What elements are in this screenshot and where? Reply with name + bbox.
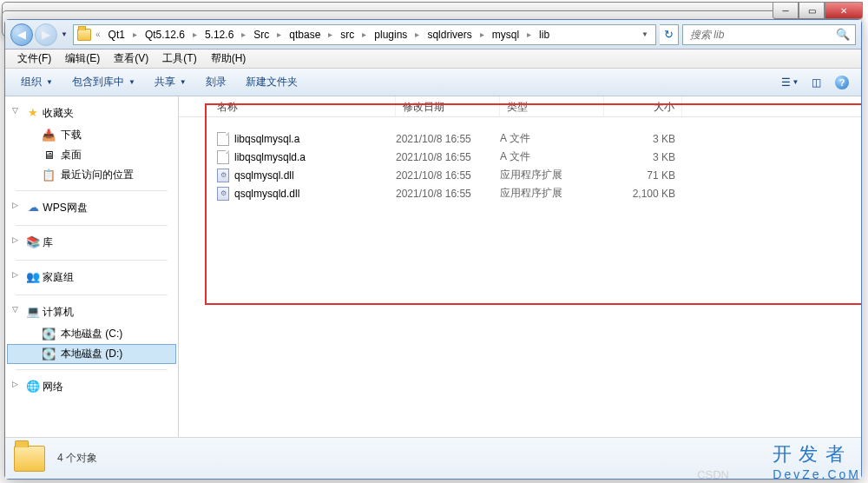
file-row[interactable]: libqsqlmysql.a2021/10/8 16:55A 文件3 KB <box>179 129 861 148</box>
file-size: 2,100 KB <box>604 188 682 200</box>
dll-file-icon <box>217 187 229 201</box>
file-date: 2021/10/8 16:55 <box>396 188 500 200</box>
file-type: A 文件 <box>500 149 604 164</box>
menu-file[interactable]: 文件(F) <box>10 50 58 68</box>
sidebar-homegroup[interactable]: 👥 家庭组 <box>7 266 176 289</box>
sidebar-drive-d[interactable]: 💽本地磁盘 (D:) <box>7 344 176 364</box>
generic-file-icon <box>217 150 229 164</box>
sidebar-computer-header[interactable]: 💻 计算机 <box>7 301 176 324</box>
chevron-right-icon[interactable]: ▸ <box>359 30 369 39</box>
file-row[interactable]: libqsqlmysqld.a2021/10/8 16:55A 文件3 KB <box>179 148 861 166</box>
chevron-down-icon: ▼ <box>792 78 799 86</box>
file-name: qsqlmysql.dll <box>234 169 294 182</box>
details-pane: 4 个对象 <box>5 437 861 479</box>
sidebar-wps[interactable]: ☁ WPS网盘 <box>7 196 176 220</box>
breadcrumb-item[interactable]: qtbase <box>286 27 324 43</box>
burn-button[interactable]: 刻录 <box>197 71 235 93</box>
file-list-pane: 名称 修改日期 类型 大小 libqsqlmysql.a2021/10/8 16… <box>179 96 861 437</box>
breadcrumb-item[interactable]: Src <box>250 27 273 43</box>
minimize-button[interactable]: ─ <box>773 2 799 19</box>
breadcrumb-item[interactable]: lib <box>536 27 553 43</box>
breadcrumb-root-chevron[interactable]: « <box>93 30 103 39</box>
search-icon[interactable]: 🔍 <box>836 28 850 41</box>
disk-icon: 💽 <box>42 348 56 361</box>
computer-icon: 💻 <box>26 306 40 318</box>
view-options-button[interactable]: ☰ ▼ <box>778 72 802 93</box>
breadcrumb-item[interactable]: plugins <box>371 27 411 43</box>
chevron-right-icon[interactable]: ▸ <box>239 30 248 39</box>
organize-button[interactable]: 组织▼ <box>12 71 62 93</box>
desktop-icon: 🖥 <box>42 149 56 162</box>
star-icon: ★ <box>26 107 40 119</box>
nav-back-button[interactable]: ◀ <box>10 23 33 46</box>
column-date[interactable]: 修改日期 <box>396 96 500 116</box>
column-name[interactable]: 名称 <box>179 96 396 116</box>
chevron-right-icon[interactable]: ▸ <box>274 30 284 39</box>
file-type: A 文件 <box>500 131 604 146</box>
search-input[interactable] <box>688 28 836 42</box>
explorer-window: ◀ ▶ ▼ « Qt1 ▸ Qt5.12.6 ▸ 5.12.6 ▸ Src ▸ … <box>4 19 862 480</box>
file-name: libqsqlmysqld.a <box>234 151 306 163</box>
new-folder-button[interactable]: 新建文件夹 <box>237 71 306 93</box>
file-type: 应用程序扩展 <box>500 168 604 182</box>
preview-pane-button[interactable]: ◫ <box>804 72 828 93</box>
refresh-button[interactable]: ↻ <box>660 24 679 45</box>
file-date: 2021/10/8 16:55 <box>396 169 500 182</box>
breadcrumb-item[interactable]: src <box>337 27 358 43</box>
sidebar-network[interactable]: 🌐 网络 <box>7 375 176 399</box>
chevron-right-icon[interactable]: ▸ <box>130 30 140 39</box>
file-date: 2021/10/8 16:55 <box>396 133 500 145</box>
folder-icon <box>14 446 45 472</box>
chevron-down-icon: ▼ <box>46 78 53 86</box>
column-type[interactable]: 类型 <box>500 96 604 116</box>
chevron-down-icon: ▼ <box>128 78 135 86</box>
breadcrumb-item[interactable]: sqldrivers <box>424 27 475 43</box>
file-date: 2021/10/8 16:55 <box>396 151 500 163</box>
sidebar-downloads[interactable]: 📥下载 <box>7 125 176 145</box>
sidebar-libraries[interactable]: 📚 库 <box>7 231 176 255</box>
chevron-right-icon[interactable]: ▸ <box>477 30 487 39</box>
navigation-pane: ★ 收藏夹 📥下载 🖥桌面 📋最近访问的位置 ☁ WPS网盘 📚 库 👥 家庭组… <box>5 96 179 437</box>
chevron-right-icon[interactable]: ▸ <box>190 30 200 39</box>
folder-icon <box>77 29 91 41</box>
file-type: 应用程序扩展 <box>500 186 604 201</box>
address-dropdown[interactable]: ▼ <box>638 30 652 38</box>
close-button[interactable]: ✕ <box>825 2 863 19</box>
search-box[interactable]: 🔍 <box>682 24 856 45</box>
address-bar[interactable]: « Qt1 ▸ Qt5.12.6 ▸ 5.12.6 ▸ Src ▸ qtbase… <box>73 24 656 45</box>
chevron-right-icon[interactable]: ▸ <box>412 30 422 39</box>
homegroup-icon: 👥 <box>26 271 40 283</box>
column-headers: 名称 修改日期 类型 大小 <box>179 96 861 117</box>
column-size[interactable]: 大小 <box>604 96 682 116</box>
sidebar-drive-c[interactable]: 💽本地磁盘 (C:) <box>7 324 176 344</box>
file-row[interactable]: qsqlmysqld.dll2021/10/8 16:55应用程序扩展2,100… <box>179 184 861 202</box>
breadcrumb-item[interactable]: Qt1 <box>105 27 128 43</box>
file-size: 3 KB <box>604 151 682 163</box>
help-button[interactable]: ? <box>830 72 854 93</box>
nav-history-dropdown[interactable]: ▼ <box>59 23 69 46</box>
sidebar-favorites-header[interactable]: ★ 收藏夹 <box>7 102 176 125</box>
generic-file-icon <box>217 132 229 146</box>
dll-file-icon <box>217 169 229 182</box>
address-bar-row: ◀ ▶ ▼ « Qt1 ▸ Qt5.12.6 ▸ 5.12.6 ▸ Src ▸ … <box>5 20 861 50</box>
breadcrumb-item[interactable]: mysql <box>489 27 523 43</box>
menu-view[interactable]: 查看(V) <box>107 50 155 68</box>
sidebar-desktop[interactable]: 🖥桌面 <box>7 145 176 165</box>
include-in-library-button[interactable]: 包含到库中▼ <box>63 71 144 93</box>
menu-edit[interactable]: 编辑(E) <box>58 50 107 68</box>
disk-icon: 💽 <box>42 328 56 341</box>
question-icon: ? <box>835 76 849 89</box>
chevron-right-icon[interactable]: ▸ <box>326 30 335 39</box>
breadcrumb-item[interactable]: 5.12.6 <box>201 27 237 43</box>
toolbar: 组织▼ 包含到库中▼ 共享▼ 刻录 新建文件夹 ☰ ▼ ◫ ? <box>5 69 861 96</box>
maximize-button[interactable]: ▭ <box>799 2 825 19</box>
breadcrumb-item[interactable]: Qt5.12.6 <box>141 27 188 43</box>
menu-tools[interactable]: 工具(T) <box>155 50 203 68</box>
chevron-right-icon[interactable]: ▸ <box>524 30 534 39</box>
file-name: qsqlmysqld.dll <box>234 188 299 200</box>
nav-forward-button[interactable]: ▶ <box>35 23 57 46</box>
share-button[interactable]: 共享▼ <box>146 71 195 93</box>
menu-help[interactable]: 帮助(H) <box>204 50 253 68</box>
sidebar-recent[interactable]: 📋最近访问的位置 <box>7 165 176 185</box>
file-row[interactable]: qsqlmysql.dll2021/10/8 16:55应用程序扩展71 KB <box>179 166 861 184</box>
